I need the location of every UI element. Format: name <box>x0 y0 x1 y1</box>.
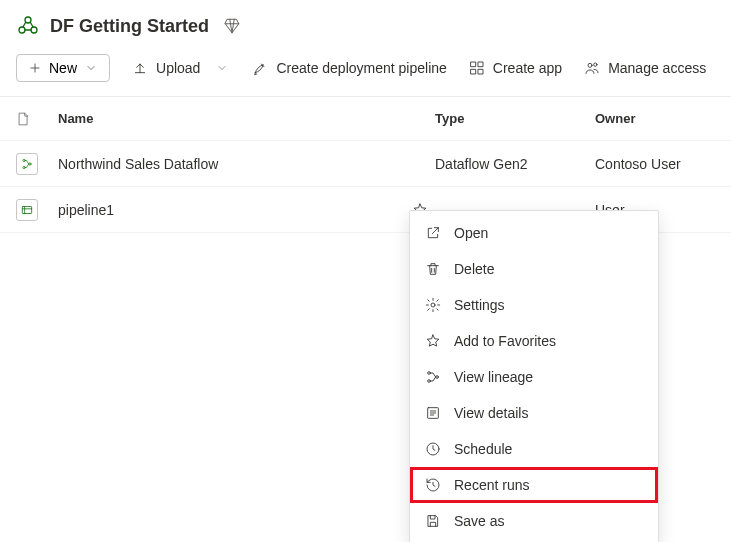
menu-settings[interactable]: Settings <box>410 287 658 323</box>
column-header-icon <box>16 111 52 127</box>
menu-label: View lineage <box>454 369 533 385</box>
create-app-button[interactable]: Create app <box>469 60 562 76</box>
svg-rect-3 <box>471 62 476 67</box>
manage-access-label: Manage access <box>608 60 706 76</box>
svg-rect-5 <box>471 69 476 74</box>
clock-icon <box>424 440 442 458</box>
premium-diamond-icon <box>223 17 241 35</box>
command-bar: New Upload Create deployment pipeline Cr… <box>0 46 731 97</box>
menu-recent-runs[interactable]: Recent runs <box>410 467 658 503</box>
menu-label: Delete <box>454 261 494 277</box>
context-menu: Open Delete Settings Add to Favorites Vi… <box>409 210 659 542</box>
svg-rect-6 <box>478 69 483 74</box>
workspace-icon <box>16 14 40 38</box>
menu-label: Schedule <box>454 441 512 457</box>
menu-label: Save as <box>454 513 505 529</box>
workspace-title: DF Getting Started <box>50 16 209 37</box>
svg-point-8 <box>594 63 597 66</box>
svg-point-2 <box>31 27 37 33</box>
column-header-name[interactable]: Name <box>52 111 405 126</box>
trash-icon <box>424 260 442 278</box>
menu-view-lineage[interactable]: View lineage <box>410 359 658 395</box>
deploy-label: Create deployment pipeline <box>276 60 446 76</box>
pipeline-icon <box>16 199 38 221</box>
menu-label: Recent runs <box>454 477 529 493</box>
new-button-label: New <box>49 60 77 76</box>
svg-rect-12 <box>22 206 31 213</box>
details-icon <box>424 404 442 422</box>
menu-view-details[interactable]: View details <box>410 395 658 431</box>
svg-point-7 <box>588 63 592 67</box>
column-header-owner[interactable]: Owner <box>595 111 715 126</box>
svg-rect-4 <box>478 62 483 67</box>
upload-icon <box>132 60 148 76</box>
star-icon <box>424 332 442 350</box>
menu-delete[interactable]: Delete <box>410 251 658 287</box>
save-icon <box>424 512 442 530</box>
row-owner: Contoso User <box>595 156 715 172</box>
menu-label: Settings <box>454 297 505 313</box>
open-icon <box>424 224 442 242</box>
new-button[interactable]: New <box>16 54 110 82</box>
lineage-icon <box>424 368 442 386</box>
upload-label: Upload <box>156 60 200 76</box>
create-app-label: Create app <box>493 60 562 76</box>
menu-schedule[interactable]: Schedule <box>410 431 658 467</box>
chevron-down-icon <box>214 60 230 76</box>
svg-point-13 <box>431 303 435 307</box>
svg-point-1 <box>19 27 25 33</box>
menu-label: Open <box>454 225 488 241</box>
menu-save-as[interactable]: Save as <box>410 503 658 539</box>
column-header-type[interactable]: Type <box>435 111 595 126</box>
plus-icon <box>27 60 43 76</box>
create-deployment-pipeline-button[interactable]: Create deployment pipeline <box>252 60 446 76</box>
menu-label: Add to Favorites <box>454 333 556 349</box>
menu-add-to-favorites[interactable]: Add to Favorites <box>410 323 658 359</box>
workspace-header: DF Getting Started <box>0 0 731 46</box>
dataflow-icon <box>16 153 38 175</box>
row-name: Northwind Sales Dataflow <box>52 156 405 172</box>
table-row[interactable]: Northwind Sales Dataflow Dataflow Gen2 C… <box>0 141 731 187</box>
menu-open[interactable]: Open <box>410 215 658 251</box>
row-type: Dataflow Gen2 <box>435 156 595 172</box>
table-header: Name Type Owner <box>0 97 731 141</box>
app-grid-icon <box>469 60 485 76</box>
chevron-down-icon <box>83 60 99 76</box>
history-icon <box>424 476 442 494</box>
gear-icon <box>424 296 442 314</box>
rocket-icon <box>252 60 268 76</box>
manage-access-button[interactable]: Manage access <box>584 60 706 76</box>
upload-button[interactable]: Upload <box>132 60 230 76</box>
people-icon <box>584 60 600 76</box>
menu-label: View details <box>454 405 528 421</box>
row-name: pipeline1 <box>52 202 405 218</box>
